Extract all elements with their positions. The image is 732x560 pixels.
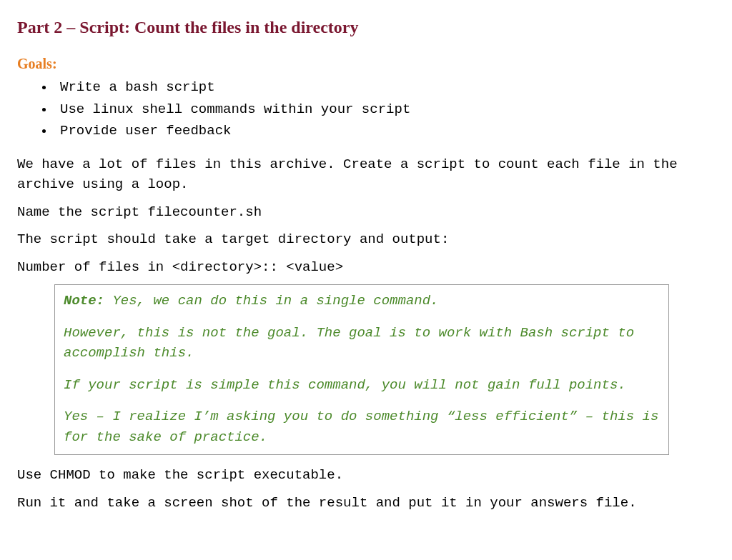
note-line-4: Yes – I realize I’m asking you to do som… [64,406,660,447]
goals-heading: Goals: [17,53,715,74]
list-item: Use linux shell commands within your scr… [54,99,715,120]
note-text-1: Yes, we can do this in a single command. [104,293,438,309]
output-format-line: Number of files in <directory>:: <value> [17,257,715,278]
list-item: Provide user feedback [54,121,715,141]
part-title: Part 2 – Script: Count the files in the … [17,14,715,40]
note-label: Note: [64,293,104,309]
list-item: Write a bash script [54,77,715,98]
goals-list: Write a bash script Use linux shell comm… [17,77,715,141]
note-box: Note: Yes, we can do this in a single co… [54,284,669,455]
intro-paragraph: We have a lot of files in this archive. … [17,154,715,195]
note-line-2: However, this is not the goal. The goal … [64,323,660,364]
note-line-1: Note: Yes, we can do this in a single co… [64,291,660,311]
run-line: Run it and take a screen shot of the res… [17,493,715,514]
chmod-line: Use CHMOD to make the script executable. [17,465,715,486]
note-line-3: If your script is simple this command, y… [64,375,660,396]
script-name-line: Name the script filecounter.sh [17,202,715,223]
target-line: The script should take a target director… [17,229,715,250]
